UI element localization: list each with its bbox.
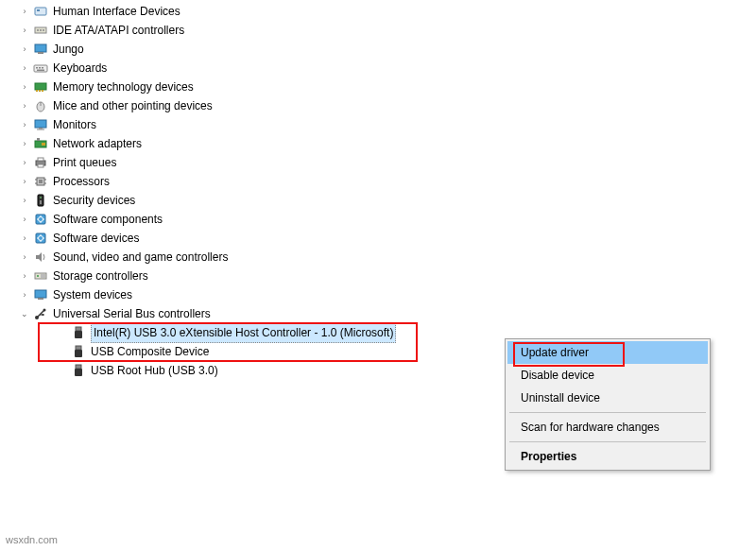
- svg-rect-50: [75, 331, 82, 338]
- tree-row[interactable]: ›Jungo: [0, 40, 756, 59]
- chevron-right-icon[interactable]: ›: [19, 63, 30, 73]
- svg-rect-43: [41, 274, 45, 278]
- tree-row[interactable]: ›IDE ATA/ATAPI controllers: [0, 21, 756, 40]
- tree-row[interactable]: ›Software devices: [0, 229, 756, 248]
- tree-row[interactable]: ›Print queues: [0, 153, 756, 172]
- cpu-icon: [32, 174, 49, 189]
- tree-row[interactable]: ›Human Interface Devices: [0, 2, 756, 21]
- tree-item-label: Software devices: [53, 229, 139, 248]
- menu-separator: [509, 412, 706, 413]
- tree-item-label: Sound, video and game controllers: [53, 248, 228, 267]
- tree-row[interactable]: ›Sound, video and game controllers: [0, 248, 756, 267]
- tree-row[interactable]: ⌄Universal Serial Bus controllers: [0, 304, 756, 323]
- svg-rect-0: [35, 8, 46, 15]
- chevron-right-icon[interactable]: ›: [19, 290, 30, 300]
- svg-rect-1: [37, 9, 40, 11]
- tree-row[interactable]: ›Software components: [0, 210, 756, 229]
- chevron-right-icon[interactable]: ›: [19, 233, 30, 243]
- tree-row[interactable]: ›Mice and other pointing devices: [0, 96, 756, 115]
- svg-rect-12: [37, 70, 44, 72]
- chevron-right-icon[interactable]: ›: [19, 26, 30, 35]
- menu-properties[interactable]: Properties: [507, 445, 708, 468]
- svg-rect-48: [43, 314, 44, 316]
- svg-rect-54: [75, 369, 82, 376]
- svg-point-5: [43, 29, 44, 31]
- tree-row[interactable]: ›Security devices: [0, 191, 756, 210]
- network-icon: [32, 136, 49, 151]
- chevron-right-icon[interactable]: ›: [19, 177, 30, 186]
- svg-rect-10: [39, 67, 41, 69]
- chevron-right-icon[interactable]: ›: [19, 271, 30, 281]
- menu-update-driver[interactable]: Update driver: [507, 341, 708, 364]
- svg-rect-51: [76, 346, 81, 350]
- monitor-icon: [32, 117, 49, 132]
- svg-rect-53: [76, 365, 81, 369]
- hid-icon: [32, 4, 49, 19]
- tree-item-label: Intel(R) USB 3.0 eXtensible Host Control…: [91, 322, 396, 343]
- svg-rect-21: [37, 129, 44, 130]
- svg-point-35: [40, 197, 42, 198]
- tree-item-label: Software components: [53, 210, 163, 229]
- tree-row[interactable]: ›Processors: [0, 172, 756, 191]
- svg-rect-11: [42, 67, 43, 69]
- tree-row[interactable]: ›Storage controllers: [0, 267, 756, 285]
- chevron-right-icon[interactable]: ›: [19, 196, 30, 205]
- chevron-right-icon[interactable]: ›: [19, 82, 30, 92]
- menu-separator: [509, 441, 706, 442]
- tree-item-label: Print queues: [53, 153, 116, 172]
- menu-uninstall-device[interactable]: Uninstall device: [507, 387, 708, 409]
- svg-rect-27: [38, 164, 43, 167]
- svg-point-3: [37, 29, 39, 31]
- svg-rect-9: [36, 67, 38, 69]
- tree-item-label: USB Composite Device: [91, 342, 209, 361]
- device-tree[interactable]: ›Human Interface Devices›IDE ATA/ATAPI c…: [0, 0, 756, 380]
- chevron-right-icon[interactable]: ›: [19, 158, 30, 167]
- tree-row[interactable]: ›Memory technology devices: [0, 77, 756, 96]
- tree-item-label: Jungo: [53, 40, 84, 59]
- chevron-right-icon[interactable]: ›: [19, 101, 30, 111]
- svg-rect-29: [39, 180, 43, 183]
- watermark-text: wsxdn.com: [6, 534, 58, 545]
- tree-item-label: Monitors: [53, 115, 96, 134]
- tree-item-label: Security devices: [53, 191, 135, 210]
- svg-rect-23: [37, 138, 40, 141]
- svg-point-42: [37, 275, 39, 277]
- chevron-right-icon[interactable]: ›: [19, 44, 30, 54]
- usb-icon: [70, 363, 87, 378]
- chevron-right-icon[interactable]: ›: [19, 139, 30, 148]
- svg-rect-13: [35, 83, 46, 90]
- menu-scan-hardware[interactable]: Scan for hardware changes: [507, 416, 708, 439]
- svg-rect-15: [39, 90, 41, 92]
- menu-disable-device[interactable]: Disable device: [507, 364, 708, 387]
- tree-item-label: Keyboards: [53, 59, 107, 77]
- svg-rect-49: [76, 327, 81, 331]
- tree-item-label: Storage controllers: [53, 267, 148, 285]
- chevron-right-icon[interactable]: ›: [19, 120, 30, 129]
- chevron-right-icon[interactable]: ›: [19, 252, 30, 262]
- chevron-right-icon[interactable]: ›: [19, 7, 30, 16]
- svg-rect-26: [38, 158, 43, 161]
- svg-rect-6: [35, 44, 46, 52]
- chevron-right-icon[interactable]: ›: [19, 215, 30, 224]
- usb-cat-icon: [32, 306, 49, 321]
- tree-row[interactable]: ›Network adapters: [0, 134, 756, 153]
- svg-rect-36: [40, 200, 42, 204]
- tree-item-label: IDE ATA/ATAPI controllers: [53, 21, 184, 40]
- svg-rect-20: [39, 128, 43, 129]
- software-icon: [32, 231, 49, 246]
- software-icon: [32, 212, 49, 227]
- usb-icon: [70, 325, 87, 340]
- svg-rect-24: [42, 143, 45, 146]
- keyboard-icon: [32, 60, 49, 76]
- tree-row[interactable]: ›Keyboards: [0, 59, 756, 77]
- svg-rect-14: [36, 90, 38, 92]
- tree-row[interactable]: ›System devices: [0, 285, 756, 304]
- chevron-down-icon[interactable]: ⌄: [19, 309, 30, 319]
- svg-rect-45: [38, 298, 43, 300]
- sound-icon: [32, 250, 49, 265]
- tree-item-label: Human Interface Devices: [53, 2, 180, 21]
- svg-rect-7: [38, 52, 43, 54]
- ide-icon: [32, 23, 49, 38]
- tree-item-label: Memory technology devices: [53, 77, 194, 96]
- tree-row[interactable]: ›Monitors: [0, 115, 756, 134]
